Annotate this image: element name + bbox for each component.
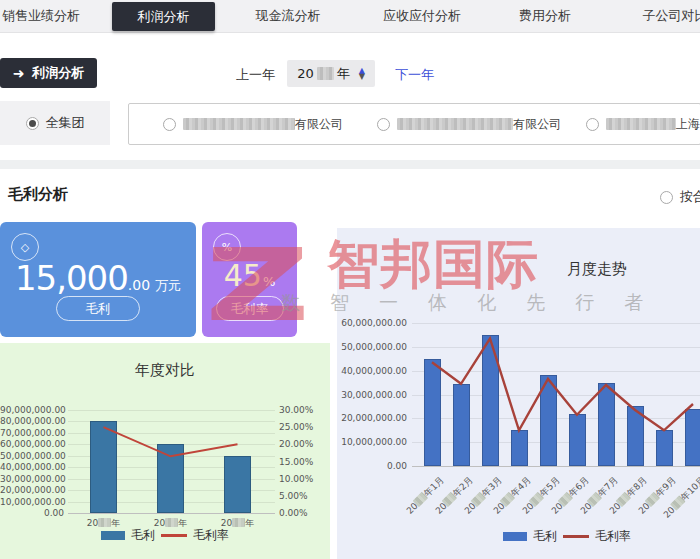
by-contract-label: 按合 — [680, 188, 700, 206]
gridline — [412, 347, 700, 348]
gross-profit-card: ◇ 15,000.00万元 毛利 — [0, 222, 196, 337]
y-axis-tick: 30,000,000.00 — [337, 390, 407, 400]
gross-profit-amount: 15,000 — [15, 258, 128, 298]
profit-bar — [453, 384, 470, 466]
y-axis-tick-left: 60,000,000.00 — [0, 439, 64, 449]
profit-bar — [540, 375, 557, 466]
profit-bar — [90, 421, 117, 513]
tab-expense[interactable]: 费用分析 — [514, 0, 576, 32]
legend-line-swatch — [161, 534, 187, 537]
year-censored — [500, 491, 516, 507]
year-censored — [232, 518, 245, 527]
tab-profit-analysis[interactable]: 利润分析 — [112, 2, 215, 31]
year-censored — [471, 491, 487, 507]
gridline — [68, 410, 275, 411]
year-censored — [670, 496, 686, 512]
year-value-suffix: 年 — [337, 65, 350, 83]
year-censored — [442, 491, 458, 507]
y-axis-tick-left: 0.00 — [0, 508, 64, 518]
profit-bar — [685, 409, 700, 466]
legend-line-swatch — [563, 535, 589, 538]
legend-label-profit: 毛利 — [131, 527, 155, 544]
gross-margin-button[interactable]: 毛利率 — [216, 296, 284, 321]
gross-profit-unit: 万元 — [155, 277, 181, 295]
year-censored — [413, 491, 429, 507]
tab-subsidiary-compare[interactable]: 子公司对比 — [640, 0, 700, 32]
radio-icon[interactable] — [660, 191, 673, 204]
company-option-2[interactable]: 有限公司 — [377, 116, 586, 133]
company-name-censored — [183, 118, 295, 130]
by-contract-option[interactable]: 按合 — [660, 188, 700, 206]
y-axis-tick: 40,000,000.00 — [337, 366, 407, 376]
prev-year-link[interactable]: 上一年 — [236, 66, 275, 84]
y-axis-tick-right: 10.00% — [279, 474, 325, 484]
legend-label-margin: 毛利率 — [595, 528, 631, 545]
top-nav: 销售业绩分析 利润分析 现金流分析 应收应付分析 费用分析 子公司对比 — [0, 0, 700, 33]
y-axis-tick-left: 10,000,000.00 — [0, 497, 64, 507]
y-axis-tick: 60,000,000.00 — [337, 318, 407, 328]
profit-bar — [569, 414, 586, 466]
profit-bar — [157, 444, 184, 513]
gross-profit-value: 15,000.00万元 — [0, 258, 196, 298]
radio-icon[interactable] — [163, 118, 176, 131]
year-censored — [165, 518, 178, 527]
spinner-down-icon[interactable]: ▼ — [359, 74, 365, 80]
company-option-1[interactable]: 有限公司 — [163, 116, 377, 133]
y-axis-tick-right: 30.00% — [279, 405, 325, 415]
y-axis-tick-left: 40,000,000.00 — [0, 462, 64, 472]
profit-analysis-dashboard: 销售业绩分析 利润分析 现金流分析 应收应付分析 费用分析 子公司对比 ➜ 利润… — [0, 0, 700, 559]
y-axis-tick: 50,000,000.00 — [337, 342, 407, 352]
y-axis-tick-right: 5.00% — [279, 491, 325, 501]
monthly-chart-legend: 毛利 毛利率 — [397, 528, 700, 545]
spinner-arrows[interactable]: ▲ ▼ — [359, 68, 365, 80]
company-options-box: 有限公司 有限公司 上海 — [128, 103, 700, 145]
gross-margin-unit: % — [263, 274, 275, 289]
year-censored — [98, 518, 111, 527]
x-axis-line — [412, 466, 700, 467]
gross-margin-card: % 45% 毛利率 — [202, 222, 297, 337]
profit-bar — [598, 383, 615, 466]
group-all-option[interactable]: 全集团 — [0, 101, 110, 145]
year-censored — [529, 491, 545, 507]
tab-receivable-payable[interactable]: 应收应付分析 — [376, 0, 468, 32]
y-axis-tick: 20,000,000.00 — [337, 413, 407, 423]
section-badge: ➜ 利润分析 — [0, 58, 97, 88]
y-axis-tick-left: 80,000,000.00 — [0, 416, 64, 426]
y-axis-tick-right: 15.00% — [279, 457, 325, 467]
company-suffix: 有限公司 — [295, 117, 343, 131]
legend-label-profit: 毛利 — [533, 528, 557, 545]
group-all-label: 全集团 — [46, 114, 85, 132]
radio-icon[interactable] — [377, 118, 390, 131]
year-censored — [317, 67, 334, 80]
next-year-link[interactable]: 下一年 — [395, 66, 434, 84]
year-value-prefix: 20 — [297, 66, 314, 81]
gross-profit-button[interactable]: 毛利 — [56, 296, 140, 321]
y-axis-tick-left: 20,000,000.00 — [0, 485, 64, 495]
gridline — [412, 371, 700, 372]
page-title: 毛利分析 — [8, 185, 68, 204]
radio-icon[interactable] — [586, 118, 599, 131]
company-option-3[interactable]: 上海 — [586, 116, 700, 133]
y-axis-tick-right: 20.00% — [279, 439, 325, 449]
company-name-censored — [397, 118, 513, 130]
year-censored — [587, 491, 603, 507]
y-axis-tick-right: 25.00% — [279, 422, 325, 432]
year-spinner[interactable]: 20年 ▲ ▼ — [287, 60, 375, 87]
profit-bar — [511, 430, 528, 466]
tab-cashflow[interactable]: 现金流分析 — [248, 0, 328, 32]
profit-bar — [656, 430, 673, 466]
tab-sales-performance[interactable]: 销售业绩分析 — [2, 0, 78, 32]
profit-bar — [482, 335, 499, 466]
gross-profit-decimal: .00 — [128, 277, 150, 293]
diamond-circle-icon: ◇ — [11, 233, 39, 261]
annual-chart-panel: 年度对比 0.0010,000,000.0020,000,000.0030,00… — [0, 343, 330, 559]
year-censored — [645, 491, 661, 507]
y-axis-tick-left: 90,000,000.00 — [0, 405, 64, 415]
y-axis-tick-right: 0.00% — [279, 508, 325, 518]
legend-bar-swatch — [503, 532, 527, 541]
annual-chart-legend: 毛利 毛利率 — [0, 527, 330, 544]
monthly-chart-plot: 0.0010,000,000.0020,000,000.0030,000,000… — [337, 228, 700, 559]
section-divider — [0, 160, 700, 169]
radio-checked-icon[interactable] — [26, 117, 39, 130]
y-axis-tick: 10,000,000.00 — [337, 437, 407, 447]
